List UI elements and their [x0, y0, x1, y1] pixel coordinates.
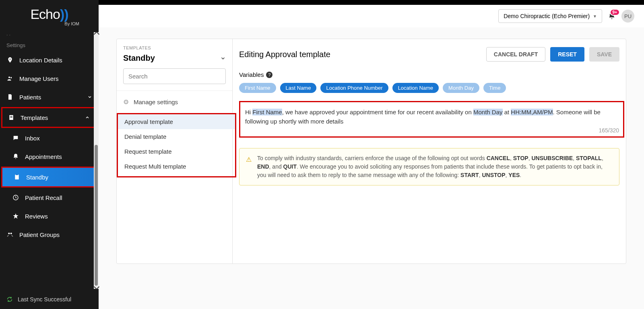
- svg-point-0: [8, 76, 10, 78]
- sync-label: Last Sync Successful: [18, 296, 71, 303]
- map-pin-icon: [6, 56, 14, 64]
- help-icon[interactable]: ?: [266, 72, 272, 78]
- editor-title: Editing Approval template: [239, 50, 330, 59]
- topbar: Demo Chiropractic (Echo Premier) ▼ 9+ PU: [99, 5, 644, 27]
- svg-rect-3: [10, 117, 12, 117]
- caret-down-icon: ▼: [593, 14, 597, 19]
- sidebar-item-appointments[interactable]: Appointments: [0, 147, 99, 166]
- svg-rect-2: [10, 116, 12, 117]
- sidebar-item-standby[interactable]: Standby: [2, 168, 95, 186]
- svg-rect-4: [15, 175, 19, 179]
- template-category-name: Standby: [123, 54, 155, 63]
- template-item-approval[interactable]: Approval template: [118, 114, 235, 129]
- chevron-down-icon: [220, 56, 226, 61]
- sidebar-item-inbox[interactable]: Inbox: [0, 129, 99, 147]
- file-icon: [6, 93, 14, 101]
- sidebar-section-label: Settings: [0, 37, 99, 51]
- sidebar-item-label: Manage Users: [19, 75, 59, 82]
- sidebar-item-label: Patient Groups: [19, 231, 60, 238]
- var-first-name: First Name: [252, 109, 282, 115]
- sidebar-item-label: Location Details: [19, 57, 62, 64]
- template-sidebar: TEMPLATES Standby ⚙ Manage settings Appr…: [117, 39, 233, 264]
- manage-label: Manage settings: [134, 99, 178, 105]
- highlight-standby: Standby: [1, 167, 96, 187]
- chat-icon: [12, 134, 19, 142]
- cancel-draft-button[interactable]: CANCEL DRAFT: [486, 47, 545, 62]
- main: Demo Chiropractic (Echo Premier) ▼ 9+ PU…: [99, 0, 644, 309]
- group-icon: [6, 231, 14, 238]
- gear-icon: ⚙: [123, 98, 129, 106]
- sidebar: Echo)) By IOM . . Settings Location Deta…: [0, 0, 99, 309]
- editor: Editing Approval template CANCEL DRAFT R…: [233, 39, 626, 264]
- sidebar-item-reviews[interactable]: Reviews: [0, 207, 99, 225]
- sidebar-item-groups[interactable]: Patient Groups: [0, 225, 99, 244]
- top-black-bar: [99, 0, 644, 5]
- chip-month-day[interactable]: Month Day: [443, 83, 479, 93]
- sidebar-item-patients[interactable]: Patients: [0, 88, 99, 106]
- chip-time[interactable]: Time: [483, 83, 506, 93]
- sidebar-scrollbar[interactable]: [94, 32, 99, 289]
- sidebar-item-label: Reviews: [25, 213, 48, 220]
- svg-rect-5: [16, 174, 18, 175]
- avatar[interactable]: PU: [621, 10, 634, 23]
- star-icon: [12, 212, 19, 220]
- editor-header: Editing Approval template CANCEL DRAFT R…: [239, 47, 626, 62]
- editor-actions: CANCEL DRAFT RESET SAVE: [486, 47, 619, 62]
- sidebar-item-recall[interactable]: Patient Recall: [0, 188, 99, 207]
- highlight-template-list: Approval template Denial template Reques…: [117, 113, 236, 177]
- chip-location-name[interactable]: Location Name: [392, 83, 439, 93]
- variables-label: Variables ?: [239, 71, 626, 78]
- svg-point-1: [10, 77, 12, 78]
- sidebar-item-label: Standby: [26, 174, 48, 181]
- document-icon: [8, 114, 15, 121]
- var-time: HH:MM,AM/PM: [511, 109, 553, 115]
- logo-bracket-icon: )): [60, 6, 68, 22]
- notification-badge: 9+: [610, 9, 620, 16]
- sync-icon: [6, 296, 13, 303]
- sidebar-item-location[interactable]: Location Details: [0, 51, 99, 69]
- sidebar-item-label: Templates: [21, 114, 48, 121]
- message-editor[interactable]: Hi First Name, we have approved your app…: [239, 101, 624, 138]
- svg-point-7: [8, 233, 10, 234]
- sidebar-item-users[interactable]: Manage Users: [0, 69, 99, 88]
- svg-point-8: [10, 233, 12, 234]
- template-search-input[interactable]: [123, 68, 226, 84]
- clipboard-icon: [13, 173, 21, 181]
- users-icon: [6, 75, 14, 82]
- org-selector[interactable]: Demo Chiropractic (Echo Premier) ▼: [498, 9, 602, 23]
- reset-button[interactable]: RESET: [550, 47, 584, 62]
- sidebar-item-label: Appointments: [25, 153, 62, 160]
- notifications-button[interactable]: 9+: [608, 12, 616, 20]
- sidebar-item-templates[interactable]: Templates: [2, 108, 95, 127]
- logo-brand: Echo)): [0, 6, 99, 22]
- templates-label: TEMPLATES: [123, 45, 226, 50]
- sidebar-item-label: Patients: [19, 94, 41, 101]
- compliance-warning: ⚠ To comply with industry standards, car…: [239, 148, 619, 185]
- bell-icon: [12, 153, 19, 160]
- chip-first-name[interactable]: First Name: [239, 83, 276, 93]
- template-list: Approval template Denial template Reques…: [118, 114, 235, 174]
- chip-phone[interactable]: Location Phone Number: [320, 83, 388, 93]
- template-category-selector[interactable]: Standby: [123, 54, 226, 63]
- panel: TEMPLATES Standby ⚙ Manage settings Appr…: [116, 39, 626, 264]
- template-item-request[interactable]: Request template: [118, 144, 235, 159]
- save-button: SAVE: [589, 47, 619, 62]
- template-item-denial[interactable]: Denial template: [118, 129, 235, 144]
- sidebar-item-label: Patient Recall: [25, 194, 62, 201]
- highlight-templates: Templates: [1, 107, 96, 128]
- chip-last-name[interactable]: Last Name: [280, 83, 317, 93]
- org-name: Demo Chiropractic (Echo Premier): [504, 13, 590, 19]
- chevron-down-icon: [87, 95, 92, 99]
- chevron-up-icon: [85, 115, 90, 120]
- char-counter: 165/320: [599, 126, 619, 135]
- manage-settings-button[interactable]: ⚙ Manage settings: [117, 91, 232, 113]
- var-month-day: Month Day: [473, 109, 503, 115]
- content: TEMPLATES Standby ⚙ Manage settings Appr…: [99, 27, 644, 309]
- variable-chips: First Name Last Name Location Phone Numb…: [239, 83, 626, 93]
- sidebar-item-label: Inbox: [25, 135, 40, 142]
- ellipsis-icon: . .: [0, 31, 99, 37]
- history-icon: [12, 194, 19, 201]
- logo: Echo)) By IOM: [0, 0, 99, 29]
- scroll-thumb[interactable]: [95, 145, 98, 286]
- template-item-request-multi[interactable]: Request Multi template: [118, 159, 235, 174]
